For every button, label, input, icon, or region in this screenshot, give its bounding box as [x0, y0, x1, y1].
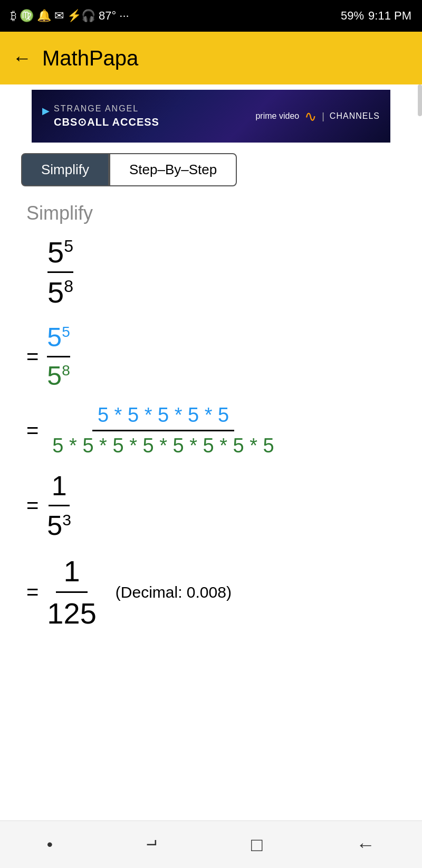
fraction-step4: 1 125 [47, 554, 96, 630]
fraction-step1: 55 58 [47, 322, 70, 391]
fraction-step3: 1 53 [47, 470, 71, 541]
app-header: ← MathPapa [0, 32, 422, 84]
ad-cbs: CBS⊙ALL ACCESS [54, 116, 159, 128]
mail-icon: ✉ [54, 9, 64, 23]
battery-percent: 59% [341, 9, 364, 23]
fraction-step3-numerator: 1 [49, 470, 70, 506]
time-display: 9:11 PM [368, 9, 411, 23]
step1-row: = 55 58 [26, 322, 396, 391]
step4-equals: = [26, 580, 39, 604]
ad-amazon-logo: ∿ [304, 108, 316, 125]
ad-text-left: STRANGE ANGEL CBS⊙ALL ACCESS [54, 104, 159, 128]
step3-equals: = [26, 494, 39, 517]
initial-fraction: 55 58 [47, 235, 396, 309]
fraction-step1-denominator: 58 [47, 357, 70, 391]
ad-channels: CHANNELS [330, 111, 380, 121]
dots-icon: ··· [119, 9, 129, 23]
step2-row: = 5 * 5 * 5 * 5 * 5 5 * 5 * 5 * 5 * 5 * … [26, 404, 396, 457]
fraction-step2: 5 * 5 * 5 * 5 * 5 5 * 5 * 5 * 5 * 5 * 5 … [47, 404, 279, 457]
step3-row: = 1 53 [26, 470, 396, 541]
section-title: Simplify [26, 202, 396, 224]
fraction-step4-denominator: 125 [47, 593, 96, 630]
fraction-step2-numerator: 5 * 5 * 5 * 5 * 5 [92, 404, 234, 431]
fraction-step2-denominator: 5 * 5 * 5 * 5 * 5 * 5 * 5 * 5 [47, 431, 279, 457]
bottom-nav: • ⌐ □ ← [0, 820, 422, 868]
step1-equals: = [26, 345, 39, 369]
tab-container: Simplify Step–By–Step [0, 143, 422, 197]
fraction-step1-numerator: 55 [47, 322, 70, 357]
fraction-step0-numerator: 55 [47, 235, 73, 273]
status-icons: ₿ ♍ 🔔 ✉ ⚡🎧 87° ··· [11, 9, 129, 23]
fraction-step0-denominator: 58 [47, 273, 73, 309]
fraction-step4-numerator: 1 [56, 554, 88, 593]
decimal-note: (Decimal: 0.008) [116, 583, 232, 601]
back-button[interactable]: ← [13, 47, 32, 69]
ad-right: prime video ∿ | CHANNELS [255, 108, 380, 125]
tab-simplify[interactable]: Simplify [21, 153, 109, 186]
app-title: MathPapa [42, 46, 138, 70]
fraction-step0: 55 58 [47, 235, 73, 309]
temp-display: 87° [99, 9, 116, 23]
nav-dot-button[interactable]: • [47, 835, 53, 854]
misc-icons: ⚡🎧 [67, 9, 95, 23]
main-content: Simplify 55 58 = 55 58 = 5 * 5 * 5 * 5 *… [0, 197, 422, 664]
ad-play-icon: ▶ [42, 105, 50, 117]
ad-strange-angel: STRANGE ANGEL [54, 104, 159, 114]
tab-stepbystep[interactable]: Step–By–Step [109, 153, 237, 186]
virgo-icon: ♍ [20, 9, 34, 23]
ad-divider: | [322, 111, 324, 122]
ad-banner[interactable]: ▶ STRANGE ANGEL CBS⊙ALL ACCESS prime vid… [32, 90, 390, 143]
nav-square-button[interactable]: □ [251, 834, 263, 856]
step2-equals: = [26, 419, 39, 442]
notifications-icon: 🔔 [37, 9, 51, 23]
bitcoin-icon: ₿ [11, 9, 16, 23]
status-right: 59% 9:11 PM [341, 9, 411, 23]
nav-menu-button[interactable]: ⌐ [146, 834, 157, 856]
nav-back-button[interactable]: ← [356, 834, 375, 856]
fraction-step3-denominator: 53 [47, 506, 71, 541]
status-bar: ₿ ♍ 🔔 ✉ ⚡🎧 87° ··· 59% 9:11 PM [0, 0, 422, 32]
ad-prime: prime video [255, 111, 299, 121]
scroll-indicator[interactable] [418, 84, 422, 116]
step4-row: = 1 125 (Decimal: 0.008) [26, 554, 396, 630]
